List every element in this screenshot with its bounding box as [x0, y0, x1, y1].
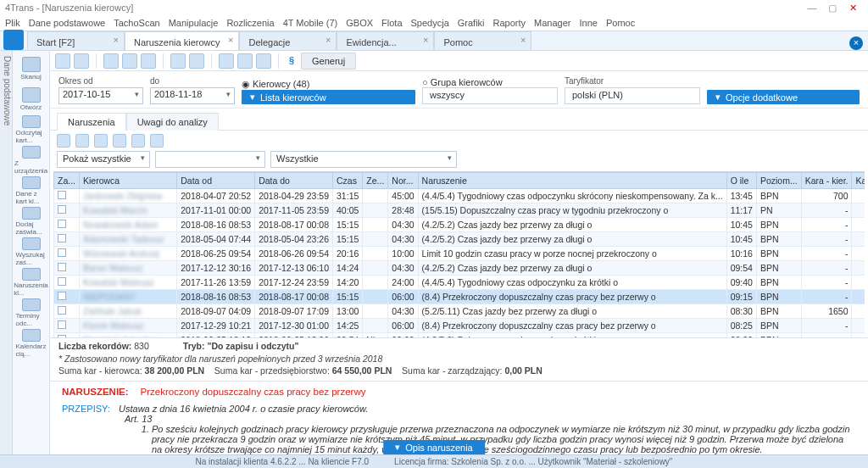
col-header[interactable]: Data do: [255, 173, 333, 189]
menu-inne[interactable]: Inne: [580, 18, 598, 28]
subtab-analysis-notes[interactable]: Uwagi do analizy: [126, 113, 219, 131]
date-from-label: Okres od: [58, 76, 143, 86]
toolbar: § Generuj: [50, 51, 868, 71]
tbl-tool-icon[interactable]: [57, 134, 70, 148]
doc-tab[interactable]: Ewidencja...: [337, 31, 434, 50]
menu-spedycja[interactable]: Spedycja: [411, 18, 449, 28]
violations-grid[interactable]: Za...KierowcaData odData doCzasZe...Nor.…: [53, 171, 865, 337]
col-header[interactable]: Ze...: [363, 173, 388, 189]
doc-tab[interactable]: Delegacje: [239, 31, 337, 50]
menu-raporty[interactable]: Raporty: [493, 18, 526, 28]
sidebar-item[interactable]: Dodaj zaświa...: [16, 207, 47, 236]
tool-icon[interactable]: [219, 53, 234, 69]
sidebar-item[interactable]: Otwórz: [16, 85, 47, 114]
col-header[interactable]: Czas: [333, 173, 363, 189]
menu-bar: PlikDane podstawoweTachoScanManipulacjeR…: [0, 15, 868, 31]
taryfikator-select[interactable]: polski (PLN): [565, 87, 700, 104]
sidebar-item[interactable]: Naruszenia kl...: [16, 268, 47, 297]
menu-manipulacje[interactable]: Manipulacje: [169, 18, 219, 28]
table-row[interactable]: Wiśniewski Andrzej2018-06-25 09:542018-0…: [54, 247, 865, 261]
menu-rozliczenia[interactable]: Rozliczenia: [226, 18, 274, 28]
paragraph-icon[interactable]: §: [286, 55, 298, 67]
sidebar-item[interactable]: Terminy odc...: [16, 298, 47, 327]
col-header[interactable]: Poziom...: [756, 173, 801, 189]
tool-icon[interactable]: [141, 53, 156, 69]
sidebar-item[interactable]: Dane z kart kl...: [16, 176, 47, 205]
col-header[interactable]: Kierowca: [80, 173, 177, 189]
tool-icon[interactable]: [189, 53, 204, 69]
date-to-input[interactable]: 2018-11-18: [150, 87, 235, 104]
additional-options-button[interactable]: ▾ Opcje dodatkowe: [707, 90, 860, 104]
tool-icon[interactable]: [122, 53, 137, 69]
menu-grafiki[interactable]: Grafiki: [458, 18, 485, 28]
close-button[interactable]: ✕: [843, 3, 863, 14]
sidebar: SkanujOtwórzOdczytaj kart...Z urządzenia…: [13, 51, 50, 454]
tool-icon[interactable]: [256, 53, 271, 69]
window-title: 4Trans - [Naruszenia kierowcy]: [5, 3, 133, 13]
table-row[interactable]: Mamiński Arkadiusz2018-06-25 12:122018-0…: [54, 333, 865, 338]
driver-groups-select[interactable]: wszyscy: [422, 87, 558, 104]
date-to-label: do: [150, 76, 235, 86]
app-icon: [3, 30, 24, 50]
filter-show-select[interactable]: Pokaż wszystkie: [57, 151, 150, 168]
col-header[interactable]: Za...: [54, 173, 80, 189]
menu-pomoc[interactable]: Pomoc: [606, 18, 635, 28]
date-from-input[interactable]: 2017-10-15: [58, 87, 143, 104]
col-header[interactable]: Nor...: [388, 173, 418, 189]
table-row[interactable]: Baran Mateusz2017-12-12 30:162017-12-13 …: [54, 261, 865, 276]
sidebar-item[interactable]: Z urządzenia: [16, 146, 47, 175]
table-row[interactable]: Kowalski Marcin2017-11-01 00:002017-11-0…: [54, 203, 865, 218]
table-row[interactable]: Florek Mateusz2017-12-29 10:212017-12-30…: [54, 319, 865, 333]
table-row[interactable]: Adamowski Tadeusz2018-05-04 07:442018-05…: [54, 232, 865, 247]
subtab-violations[interactable]: Naruszenia: [57, 113, 126, 131]
drivers-radio[interactable]: ◉ Kierowcy (48): [242, 79, 309, 90]
doc-tab[interactable]: Pomoc: [434, 31, 531, 50]
col-header[interactable]: Data od: [177, 173, 255, 189]
table-row[interactable]: Kowalski Mateusz2017-11-26 13:592017-12-…: [54, 276, 865, 290]
menu-flota[interactable]: Flota: [381, 18, 402, 28]
col-header[interactable]: Kara - przeds.: [852, 173, 865, 189]
menu-dane podstawowe[interactable]: Dane podstawowe: [29, 18, 106, 28]
sidebar-item[interactable]: Skanuj: [16, 54, 47, 83]
menu-gbox[interactable]: GBOX: [346, 18, 373, 28]
driver-groups-radio[interactable]: ○ Grupa kierowców: [422, 77, 503, 87]
tool-icon[interactable]: [103, 53, 119, 69]
col-header[interactable]: O ile: [726, 173, 756, 189]
table-row[interactable]: NIEPODANY2018-08-16 08:532018-08-17 00:0…: [54, 290, 865, 304]
filter-2-select[interactable]: [155, 151, 265, 168]
col-header[interactable]: Naruszenie: [418, 173, 726, 189]
tool-icon[interactable]: [74, 53, 89, 69]
taryfikator-label: Taryfikator: [565, 76, 700, 86]
doc-tab[interactable]: Start [F2]: [27, 31, 125, 50]
sidebar-item[interactable]: Wyszukaj zaś...: [16, 237, 47, 266]
tbl-tool-icon[interactable]: [94, 134, 108, 148]
tbl-tool-icon[interactable]: [131, 134, 145, 148]
menu-manager[interactable]: Manager: [534, 18, 570, 28]
menu-4t mobile (7)[interactable]: 4T Mobile (7): [283, 18, 338, 28]
sidebar-item[interactable]: Odczytaj kart...: [16, 115, 47, 144]
table-toolbar: [50, 131, 868, 151]
menu-plik[interactable]: Plik: [5, 18, 20, 28]
table-row[interactable]: Nowakowski Adam2018-08-16 08:532018-08-1…: [54, 218, 865, 232]
tool-icon[interactable]: [55, 53, 70, 69]
maximize-button[interactable]: ▢: [822, 3, 843, 14]
table-row[interactable]: Jankowski Zbigniew2018-04-07 20:522018-0…: [54, 189, 865, 203]
tbl-tool-icon[interactable]: [150, 134, 164, 148]
doc-tab[interactable]: Naruszenia kierowcy: [125, 31, 239, 50]
tbl-tool-icon[interactable]: [113, 134, 126, 148]
tool-icon[interactable]: [170, 53, 186, 69]
generate-button[interactable]: Generuj: [301, 53, 356, 70]
minimize-button[interactable]: —: [802, 3, 822, 13]
table-row[interactable]: Zieliński Jakub2018-09-07 04:092018-09-0…: [54, 304, 865, 319]
filter-violation-select[interactable]: Wszystkie: [270, 151, 457, 168]
drivers-list-button[interactable]: ▾ Lista kierowców: [242, 90, 415, 104]
tool-icon[interactable]: [237, 53, 253, 69]
filter-panel: Okres od 2017-10-15 do 2018-11-18 ◉ Kier…: [50, 71, 868, 109]
col-header[interactable]: Kara - kier.: [801, 173, 852, 189]
violation-description-button[interactable]: ▾ Opis naruszenia: [383, 440, 485, 454]
close-all-tabs[interactable]: ×: [849, 36, 863, 50]
sidebar-item[interactable]: Kalendarz cią...: [16, 329, 47, 358]
menu-tachoscan[interactable]: TachoScan: [114, 18, 159, 28]
tbl-tool-icon[interactable]: [75, 134, 89, 148]
result-subtabs: Naruszenia Uwagi do analizy: [50, 112, 868, 131]
